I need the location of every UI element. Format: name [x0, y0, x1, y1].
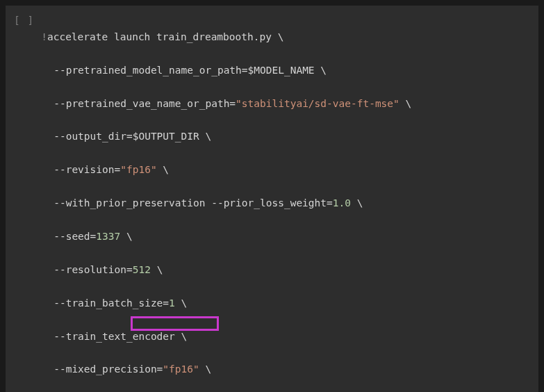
code-text: \ [399, 98, 411, 109]
code-text: \ [351, 197, 363, 209]
code-text: \ [175, 297, 187, 309]
code-text: \ [315, 65, 327, 76]
code-string: "fp16" [120, 164, 156, 175]
code-text: accelerate launch train_dreambooth.py \ [47, 31, 283, 42]
code-text: \ [199, 131, 211, 142]
code-text: \ [151, 264, 163, 275]
code-text: --train_text_encoder \ [53, 331, 187, 342]
code-variable: $OUTPUT_DIR [133, 131, 199, 142]
code-text: --revision= [53, 164, 120, 175]
code-cell[interactable]: [ ] !accelerate launch train_dreambooth.… [6, 6, 538, 392]
cell-prompt: [ ] [14, 13, 34, 392]
code-number: 512 [133, 264, 151, 275]
code-text: --with_prior_preservation --prior_loss_w… [53, 197, 333, 209]
code-number: 1 [169, 297, 175, 309]
code-string: "stabilityai/sd-vae-ft-mse" [236, 98, 399, 109]
code-string: "fp16" [163, 364, 199, 375]
code-text: --mixed_precision= [53, 364, 163, 375]
code-text: --seed= [53, 231, 96, 242]
code-text: \ [199, 364, 211, 375]
code-text: --resolution= [53, 264, 133, 275]
code-text: --output_dir= [53, 131, 133, 142]
code-number: 1337 [96, 231, 120, 242]
code-text: --pretrained_vae_name_or_path= [53, 98, 236, 109]
code-content[interactable]: !accelerate launch train_dreambooth.py \… [41, 13, 530, 392]
code-text: --pretrained_model_name_or_path= [53, 65, 247, 76]
code-number: 1.0 [333, 197, 351, 209]
code-text: \ [157, 164, 169, 175]
code-text: --train_batch_size= [53, 297, 169, 309]
code-text: \ [120, 231, 132, 242]
code-variable: $MODEL_NAME [248, 65, 315, 76]
bang-operator: ! [41, 31, 47, 42]
